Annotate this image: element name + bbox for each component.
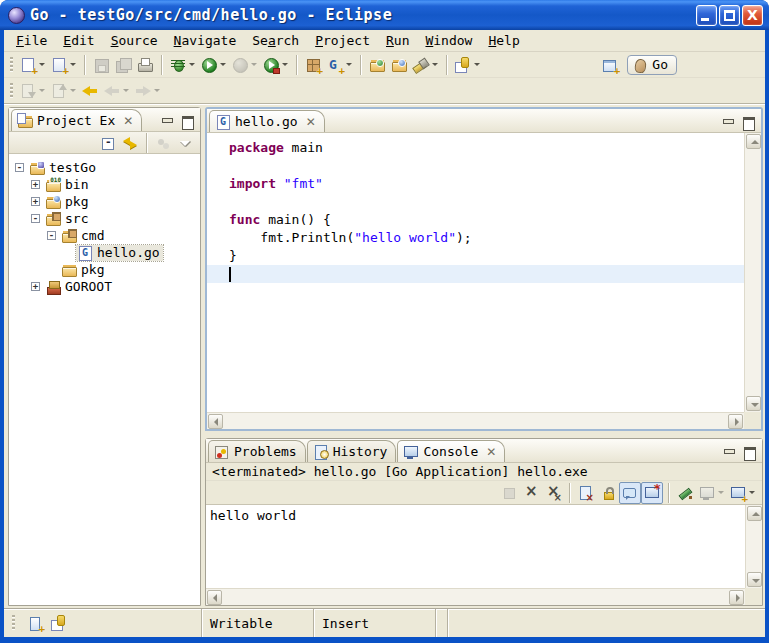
tab-project-explorer[interactable]: Project Ex ✕ — [11, 109, 142, 131]
run-button[interactable] — [198, 54, 229, 76]
display-selected-console-button[interactable] — [696, 482, 727, 504]
console-horizontal-scrollbar[interactable] — [206, 588, 745, 605]
scroll-down-button[interactable] — [747, 572, 762, 587]
dropdown-arrow-icon[interactable] — [70, 89, 76, 92]
go-perspective-button[interactable]: Go — [627, 55, 677, 75]
dropdown-arrow-icon[interactable] — [189, 63, 195, 66]
scroll-right-button[interactable] — [728, 414, 743, 429]
back-button[interactable] — [101, 80, 132, 102]
console-vertical-scrollbar[interactable] — [745, 505, 762, 588]
tree-item-pkg[interactable]: pkg — [9, 261, 200, 278]
dropdown-arrow-icon[interactable] — [39, 63, 45, 66]
close-tab-icon[interactable]: ✕ — [486, 446, 496, 458]
new-go-element-button[interactable] — [324, 54, 355, 76]
scroll-up-button[interactable] — [747, 506, 762, 521]
minimize-button[interactable] — [696, 5, 717, 26]
focus-on-active-task-button[interactable] — [152, 132, 174, 154]
dropdown-arrow-icon[interactable] — [251, 63, 257, 66]
minimize-view-button[interactable] — [160, 115, 174, 127]
open-perspective-button[interactable] — [599, 54, 621, 76]
tree-item-testGo[interactable]: -testGo — [9, 159, 200, 176]
toolbar-grip[interactable] — [10, 57, 13, 73]
tree-expander-icon[interactable]: - — [15, 163, 24, 172]
debug-button[interactable] — [167, 54, 198, 76]
console-output[interactable]: hello world — [206, 505, 745, 588]
editor-vertical-scrollbar[interactable] — [744, 133, 761, 412]
scroll-down-button[interactable] — [746, 396, 761, 411]
scroll-lock-button[interactable] — [597, 482, 619, 504]
dropdown-arrow-icon[interactable] — [474, 63, 480, 66]
forward-button[interactable] — [132, 80, 163, 102]
sync-annotations-icon[interactable] — [51, 615, 67, 631]
menu-search[interactable]: Search — [244, 31, 307, 50]
terminate-button[interactable] — [498, 482, 520, 504]
tab-console[interactable]: Console✕ — [397, 440, 505, 462]
menu-run[interactable]: Run — [378, 31, 417, 50]
dropdown-arrow-icon[interactable] — [282, 63, 288, 66]
open-resource-button[interactable] — [388, 54, 410, 76]
tree-item-GOROOT[interactable]: +GOROOT — [9, 278, 200, 295]
search-button[interactable] — [410, 54, 441, 76]
remove-launch-button[interactable] — [520, 482, 542, 504]
code-line[interactable]: fmt.Println("hello world"); — [207, 229, 744, 247]
remove-all-terminated-button[interactable] — [542, 482, 564, 504]
dropdown-arrow-icon[interactable] — [70, 63, 76, 66]
view-menu-button[interactable] — [174, 132, 196, 154]
menu-edit[interactable]: Edit — [55, 31, 102, 50]
new-go-file-button[interactable] — [48, 54, 79, 76]
save-button[interactable] — [90, 54, 112, 76]
dropdown-arrow-icon[interactable] — [220, 63, 226, 66]
tree-item-cmd[interactable]: -cmd — [9, 227, 200, 244]
show-when-stdout-changes-button[interactable] — [641, 482, 663, 504]
code-line[interactable]: } — [207, 247, 744, 265]
word-wrap-button[interactable] — [619, 482, 641, 504]
external-tools-button[interactable] — [260, 54, 291, 76]
minimize-editor-button[interactable] — [721, 116, 735, 128]
menu-file[interactable]: File — [8, 31, 55, 50]
code-line[interactable] — [207, 157, 744, 175]
new-package-button[interactable] — [302, 54, 324, 76]
close-tab-icon[interactable]: ✕ — [306, 116, 316, 128]
maximize-view-button[interactable] — [180, 115, 194, 127]
annotation-navigation-button[interactable] — [452, 54, 483, 76]
tree-item-hello.go[interactable]: hello.go — [9, 244, 200, 261]
close-button[interactable]: X — [742, 5, 763, 26]
next-annotation-button[interactable] — [17, 80, 48, 102]
tree-item-bin[interactable]: +bin — [9, 176, 200, 193]
maximize-button[interactable] — [719, 5, 740, 26]
tree-item-pkg[interactable]: +pkg — [9, 193, 200, 210]
scroll-left-button[interactable] — [207, 590, 222, 605]
coverage-button[interactable] — [229, 54, 260, 76]
dropdown-arrow-icon[interactable] — [123, 89, 129, 92]
tab-hello-go[interactable]: hello.go ✕ — [209, 110, 325, 132]
code-line[interactable]: package main — [207, 139, 744, 157]
code-line[interactable]: import "fmt" — [207, 175, 744, 193]
code-area[interactable]: package mainimport "fmt"func main() { fm… — [207, 133, 744, 412]
dropdown-arrow-icon[interactable] — [432, 63, 438, 66]
dropdown-arrow-icon[interactable] — [154, 89, 160, 92]
tab-history[interactable]: History — [307, 440, 397, 462]
scroll-left-button[interactable] — [208, 414, 223, 429]
toolbar-grip[interactable] — [10, 83, 13, 99]
collapse-all-button[interactable] — [97, 132, 119, 154]
dropdown-arrow-icon[interactable] — [346, 63, 352, 66]
tree-expander-icon[interactable]: + — [31, 197, 40, 206]
code-line[interactable] — [207, 265, 744, 283]
statusbar-grip[interactable] — [12, 615, 15, 631]
menu-window[interactable]: Window — [417, 31, 480, 50]
dropdown-arrow-icon[interactable] — [718, 491, 724, 494]
maximize-console-button[interactable] — [742, 446, 756, 458]
open-console-button[interactable] — [727, 482, 758, 504]
last-edit-location-button[interactable] — [79, 80, 101, 102]
tab-problems[interactable]: Problems — [208, 440, 306, 462]
new-wizard-button[interactable] — [17, 54, 48, 76]
close-tab-icon[interactable]: ✕ — [123, 115, 133, 127]
tree-expander-icon[interactable]: + — [31, 282, 40, 291]
editor-horizontal-scrollbar[interactable] — [207, 412, 744, 429]
pin-console-button[interactable] — [674, 482, 696, 504]
dropdown-arrow-icon[interactable] — [749, 491, 755, 494]
print-button[interactable] — [134, 54, 156, 76]
minimize-console-button[interactable] — [722, 446, 736, 458]
tree-expander-icon[interactable]: - — [31, 214, 40, 223]
previous-annotation-button[interactable] — [48, 80, 79, 102]
